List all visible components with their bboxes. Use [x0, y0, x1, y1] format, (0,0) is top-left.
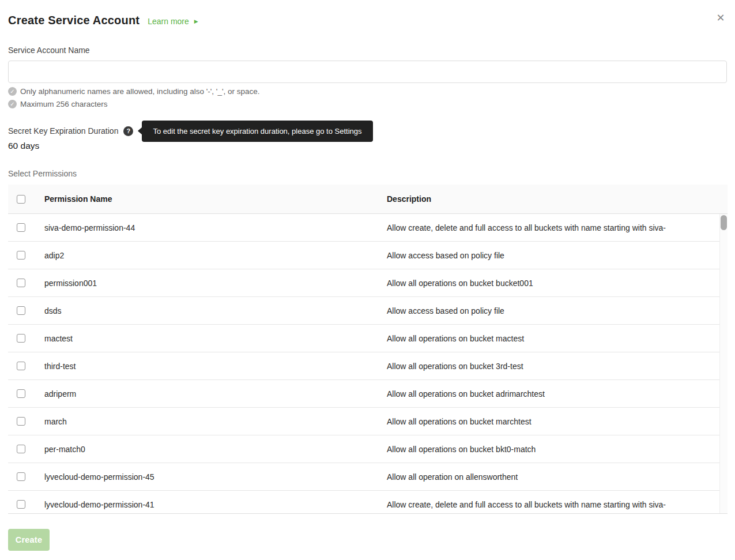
row-checkbox-cell	[8, 334, 44, 343]
secret-key-expiration-row: Secret Key Expiration Duration ? To edit…	[8, 121, 373, 141]
page-title: Create Service Account	[8, 14, 140, 27]
arrow-right-icon: ▶	[194, 19, 198, 24]
scrollbar-track[interactable]	[719, 214, 728, 513]
row-checkbox-cell	[8, 306, 44, 315]
create-service-account-modal: Create Service Account Learn more ▶ ✕ Se…	[0, 0, 735, 560]
row-checkbox[interactable]	[17, 334, 25, 343]
name-rule-hint: ✓ Only alphanumeric names are allowed, i…	[8, 87, 260, 96]
row-checkbox-cell	[8, 362, 44, 370]
tooltip-text: To edit the secret key expiration durati…	[153, 127, 361, 136]
create-button[interactable]: Create	[8, 529, 50, 551]
permission-description-cell: Allow all operations on bucket mactest	[387, 334, 719, 343]
modal-header: Create Service Account Learn more ▶	[8, 14, 198, 27]
permission-name-cell: permission001	[44, 279, 387, 288]
permission-description-cell: Allow all operations on bucket adrimarch…	[387, 389, 719, 399]
permission-description-cell: Allow create, delete and full access to …	[387, 223, 719, 232]
check-circle-icon: ✓	[8, 87, 17, 96]
permission-name-column-header: Permission Name	[44, 194, 387, 204]
table-row[interactable]: dsds Allow access based on policy file	[8, 297, 719, 325]
header-checkbox-cell	[8, 195, 44, 204]
permission-name-cell: march	[44, 417, 387, 426]
permission-name-cell: lyvecloud-demo-permission-45	[44, 472, 387, 482]
table-row[interactable]: lyvecloud-demo-permission-41 Allow creat…	[8, 491, 719, 513]
table-row[interactable]: lyvecloud-demo-permission-45 Allow all o…	[8, 463, 719, 491]
permissions-table-body: siva-demo-permission-44 Allow create, de…	[8, 214, 728, 513]
permissions-table-header: Permission Name Description	[8, 185, 728, 214]
permission-description-cell: Allow all operations on bucket bucket001	[387, 279, 719, 288]
permission-description-cell: Allow all operation on allensworthent	[387, 472, 719, 482]
table-row[interactable]: permission001 Allow all operations on bu…	[8, 269, 719, 297]
learn-more-link[interactable]: Learn more ▶	[148, 17, 198, 26]
row-checkbox[interactable]	[17, 445, 25, 453]
row-checkbox[interactable]	[17, 251, 25, 260]
table-row[interactable]: adriperm Allow all operations on bucket …	[8, 380, 719, 408]
row-checkbox-cell	[8, 279, 44, 287]
service-account-name-input[interactable]	[8, 61, 727, 83]
service-account-name-label: Service Account Name	[8, 46, 90, 55]
hint-text: Only alphanumeric names are allowed, inc…	[20, 87, 260, 96]
permission-name-cell: dsds	[44, 306, 387, 315]
check-circle-icon: ✓	[8, 100, 17, 108]
row-checkbox[interactable]	[17, 223, 25, 232]
row-checkbox-cell	[8, 445, 44, 453]
tooltip-arrow-icon	[138, 127, 142, 135]
learn-more-label: Learn more	[148, 17, 189, 26]
table-row[interactable]: mactest Allow all operations on bucket m…	[8, 325, 719, 352]
select-permissions-label: Select Permissions	[8, 169, 77, 178]
row-checkbox[interactable]	[17, 389, 25, 398]
permission-name-cell: per-match0	[44, 445, 387, 454]
row-checkbox-cell	[8, 223, 44, 232]
row-checkbox[interactable]	[17, 362, 25, 370]
row-checkbox[interactable]	[17, 472, 25, 481]
permission-name-cell: third-test	[44, 362, 387, 371]
permission-description-cell: Allow access based on policy file	[387, 251, 719, 260]
secret-key-expiration-label: Secret Key Expiration Duration	[8, 126, 118, 136]
permission-description-cell: Allow access based on policy file	[387, 306, 719, 315]
row-checkbox[interactable]	[17, 500, 25, 509]
permission-name-cell: lyvecloud-demo-permission-41	[44, 500, 387, 509]
permission-name-cell: adip2	[44, 251, 387, 260]
row-checkbox[interactable]	[17, 417, 25, 426]
description-column-header: Description	[387, 194, 728, 204]
hint-text: Maximum 256 characters	[20, 100, 108, 108]
table-row[interactable]: siva-demo-permission-44 Allow create, de…	[8, 214, 719, 242]
expiration-value: 60 days	[8, 141, 39, 151]
permission-description-cell: Allow all operations on bucket 3rd-test	[387, 362, 719, 371]
row-checkbox[interactable]	[17, 306, 25, 315]
table-row[interactable]: adip2 Allow access based on policy file	[8, 242, 719, 269]
permission-description-cell: Allow all operations on bucket marchtest	[387, 417, 719, 426]
max-length-hint: ✓ Maximum 256 characters	[8, 100, 108, 108]
row-checkbox-cell	[8, 472, 44, 481]
permissions-table: Permission Name Description siva-demo-pe…	[8, 185, 728, 514]
table-row[interactable]: third-test Allow all operations on bucke…	[8, 352, 719, 380]
expiration-tooltip: To edit the secret key expiration durati…	[142, 121, 372, 142]
table-row[interactable]: march Allow all operations on bucket mar…	[8, 408, 719, 435]
row-checkbox-cell	[8, 251, 44, 260]
row-checkbox-cell	[8, 417, 44, 426]
close-icon: ✕	[716, 12, 725, 24]
select-all-checkbox[interactable]	[17, 195, 25, 204]
permission-name-cell: adriperm	[44, 389, 387, 399]
permission-description-cell: Allow all operations on bucket bkt0-matc…	[387, 445, 719, 454]
help-icon[interactable]: ?	[123, 126, 133, 136]
permissions-rows: siva-demo-permission-44 Allow create, de…	[8, 214, 719, 513]
permission-description-cell: Allow create, delete and full access to …	[387, 500, 719, 509]
row-checkbox-cell	[8, 500, 44, 509]
permission-name-cell: mactest	[44, 334, 387, 343]
row-checkbox[interactable]	[17, 279, 25, 287]
table-row[interactable]: per-match0 Allow all operations on bucke…	[8, 435, 719, 463]
row-checkbox-cell	[8, 389, 44, 398]
close-button[interactable]: ✕	[714, 12, 727, 24]
permission-name-cell: siva-demo-permission-44	[44, 223, 387, 232]
scrollbar-thumb[interactable]	[721, 215, 727, 230]
